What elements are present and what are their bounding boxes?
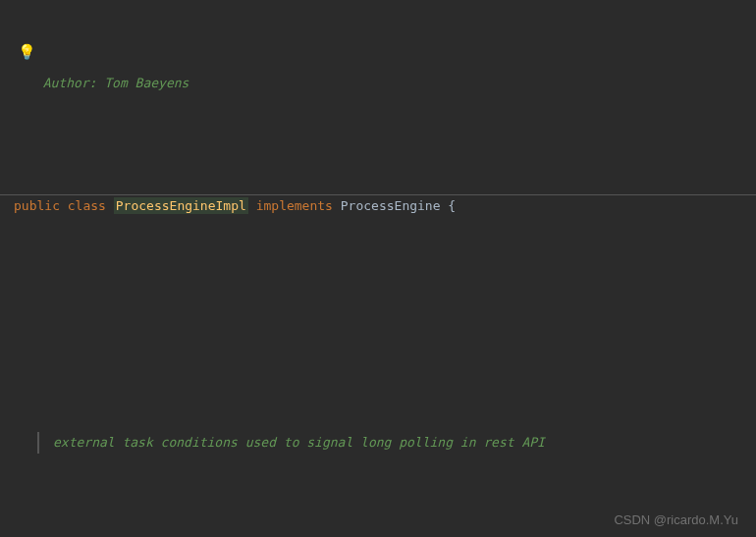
- code-editor[interactable]: Author: Tom Baeyens 💡 public class Proce…: [0, 0, 756, 537]
- doc-comment-line: external task conditions used to signal …: [0, 432, 756, 454]
- lightbulb-icon[interactable]: 💡: [18, 41, 36, 63]
- public-keyword: public: [14, 198, 60, 213]
- author-text: Author: Tom Baeyens: [43, 76, 189, 90]
- open-brace: {: [448, 198, 456, 213]
- blank-line: [0, 281, 756, 302]
- blank-line: [0, 346, 756, 367]
- collapsed-doc-comment: Author: Tom Baeyens: [0, 65, 756, 86]
- class-name: ProcessEngineImpl: [114, 197, 248, 214]
- class-keyword: class: [68, 198, 106, 213]
- interface-name: ProcessEngine: [341, 198, 441, 213]
- class-declaration-line: public class ProcessEngineImpl implement…: [0, 194, 756, 216]
- doc-comment-text: external task conditions used to signal …: [53, 435, 545, 450]
- csdn-watermark: CSDN @ricardo.M.Yu: [614, 510, 738, 531]
- implements-keyword: implements: [256, 198, 333, 213]
